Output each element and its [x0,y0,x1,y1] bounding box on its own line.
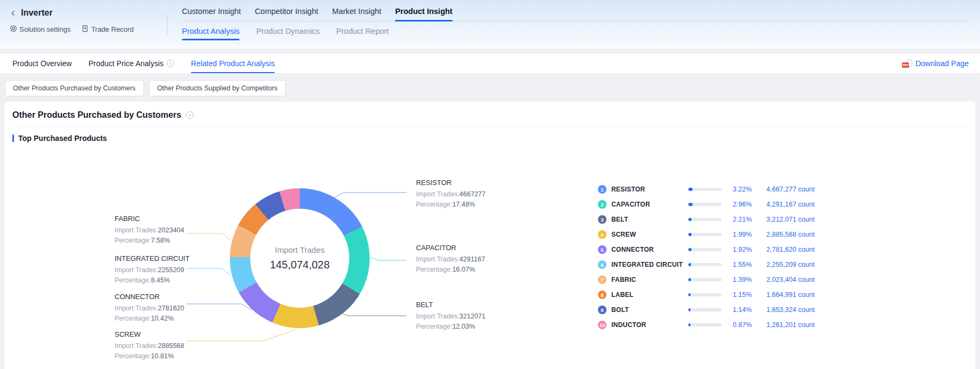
callout-import-trades: Import Trades:2885568 [115,341,220,351]
page-header: Inverter Solution settingsTrade Record C… [0,0,980,49]
callout-percentage: Percentage:12.03% [416,322,521,332]
legend-count: 2,781,620 count [766,246,815,253]
legend-product-name: SCREW [611,231,688,238]
legend-row-fabric[interactable]: 7FABRIC1.39%2,023,404 count [598,272,815,287]
callout-percentage: Percentage:10.81% [115,351,220,361]
callout-pct-value: 8.45% [151,276,170,284]
view-switch-buttons: Other Products Purchased by CustomersOth… [5,80,980,96]
callout-percentage: Percentage:7.58% [115,236,220,246]
download-page-label: Download Page [915,59,969,68]
header-action-solution-settings[interactable]: Solution settings [10,25,70,34]
legend-product-name: CONNECTOR [611,246,688,253]
legend-percentage: 1.39% [727,276,752,283]
toolbar-tab-product-price-analysis[interactable]: Product Price Analysisi [88,54,174,73]
legend-row-connector[interactable]: 5CONNECTOR1.92%2,781,620 count [598,242,815,257]
legend-row-bolt[interactable]: 9BOLT1.14%1,653,324 count [598,302,815,317]
legend-product-name: BOLT [611,306,688,314]
legend-percentage: 1.92% [727,246,752,253]
legend-progress-bar [688,323,722,327]
legend-count: 1,664,991 count [766,291,815,299]
legend-progress-bar [688,188,722,191]
legend-progress-fill [688,263,691,266]
donut-center-label: Import Trades [275,245,325,254]
info-icon[interactable]: i [167,60,174,67]
chevron-left-icon [10,10,17,17]
legend-progress-bar [688,233,722,236]
donut-center: Import Trades 145,074,028 [230,188,370,328]
legend-percentage: 1.55% [727,261,752,268]
callout-pct-label: Percentage: [115,315,151,322]
sub-tab-bar: Product AnalysisProduct DynamicsProduct … [182,27,967,36]
legend-percentage: 2.96% [727,201,752,208]
section-info-icon[interactable]: i [186,111,194,119]
legend-percentage: 3.22% [727,186,752,193]
callout-pct-label: Percentage: [416,323,452,330]
callout-trades-label: Import Trades: [115,304,158,312]
toolbar-tab-label: Product Price Analysis [88,59,163,68]
legend-progress-fill [688,293,690,296]
legend-progress-fill [688,323,690,327]
donut-callout-resistor: RESISTORImport Trades:4667277Percentage:… [416,179,521,210]
legend-product-name: FABRIC [611,276,688,283]
legend-row-inductor[interactable]: 10INDUCTOR0.87%1,261,201 count [598,317,815,332]
rank-badge: 9 [598,306,607,314]
main-tab-product-insight[interactable]: Product Insight [395,7,452,16]
callout-pct-label: Percentage: [115,276,151,284]
toolbar-tab-label: Related Product Analysis [191,59,275,68]
donut-callout-connector: CONNECTORImport Trades:2781620Percentage… [115,293,220,324]
main-tab-market-insight[interactable]: Market Insight [332,7,381,16]
legend-progress-fill [688,188,693,191]
legend-row-screw[interactable]: 4SCREW1.99%2,885,568 count [598,227,815,242]
callout-pct-label: Percentage: [416,201,452,208]
legend-count: 2,023,404 count [766,276,815,283]
main-tab-competitor-insight[interactable]: Competitor Insight [255,7,319,16]
header-action-label: Trade Record [91,25,133,33]
back-button[interactable] [10,9,17,17]
download-page-link[interactable]: PDF Download Page [902,54,969,73]
gear-icon [10,25,17,34]
header-action-trade-record[interactable]: Trade Record [81,25,133,34]
legend-row-capacitor[interactable]: 2CAPACITOR2.96%4,291,167 count [598,197,815,212]
legend-row-integrated-circuit[interactable]: 6INTEGRATED CIRCUIT1.55%2,255,209 count [598,257,815,272]
callout-percentage: Percentage:17.48% [416,200,521,210]
callout-pct-label: Percentage: [115,237,151,244]
callout-pct-value: 12.03% [452,323,475,330]
legend-row-resistor[interactable]: 1RESISTOR3.22%4,667,277 count [598,182,815,197]
legend-progress-bar [688,203,722,206]
legend-count: 2,255,209 count [766,261,815,268]
callout-import-trades: Import Trades:4667277 [416,189,521,200]
legend-row-label[interactable]: 8LABEL1.15%1,664,991 count [598,287,815,302]
legend-progress-fill [688,278,691,281]
legend-percentage: 1.14% [727,306,752,314]
callout-pct-value: 17.48% [452,201,475,208]
toolbar-tab-related-product-analysis[interactable]: Related Product Analysis [191,54,275,73]
main-tab-customer-insight[interactable]: Customer Insight [182,7,241,16]
sub-tab-product-dynamics[interactable]: Product Dynamics [256,27,320,36]
legend-progress-bar [688,308,722,311]
rank-badge: 1 [598,185,607,194]
legend-product-name: INDUCTOR [611,321,688,329]
callout-trades-label: Import Trades: [416,313,460,320]
filter-button-other-products-supplied-by-competitors[interactable]: Other Products Supplied by Competitors [149,80,286,96]
donut-center-value: 145,074,028 [270,259,329,271]
donut-callout-screw: SCREWImport Trades:2885568Percentage:10.… [115,330,220,361]
callout-product-name: INTEGRATED CIRCUIT [115,254,220,262]
callout-product-name: FABRIC [115,215,220,223]
legend-progress-fill [688,248,692,251]
legend-product-name: INTEGRATED CIRCUIT [611,261,688,268]
toolbar-tab-product-overview[interactable]: Product Overview [12,54,72,73]
callout-trades-value: 4667277 [460,190,486,198]
filter-button-other-products-purchased-by-customers[interactable]: Other Products Purchased by Customers [5,80,144,96]
legend-row-belt[interactable]: 3BELT2.21%3,212,071 count [598,212,815,227]
donut-callout-integrated-circuit: INTEGRATED CIRCUITImport Trades:2255209P… [115,254,220,286]
toolbar-spacer [291,54,902,73]
rank-badge: 8 [598,290,607,299]
sub-tab-product-analysis[interactable]: Product Analysis [182,27,239,36]
pdf-file-icon: PDF [902,60,912,68]
sub-tab-product-report[interactable]: Product Report [336,27,389,36]
toolbar-tab-label: Product Overview [12,59,72,68]
legend-progress-fill [688,218,692,221]
rank-badge: 4 [598,230,607,239]
donut-chart[interactable]: Import Trades 145,074,028 [230,188,370,328]
page-title: Inverter [21,8,53,18]
